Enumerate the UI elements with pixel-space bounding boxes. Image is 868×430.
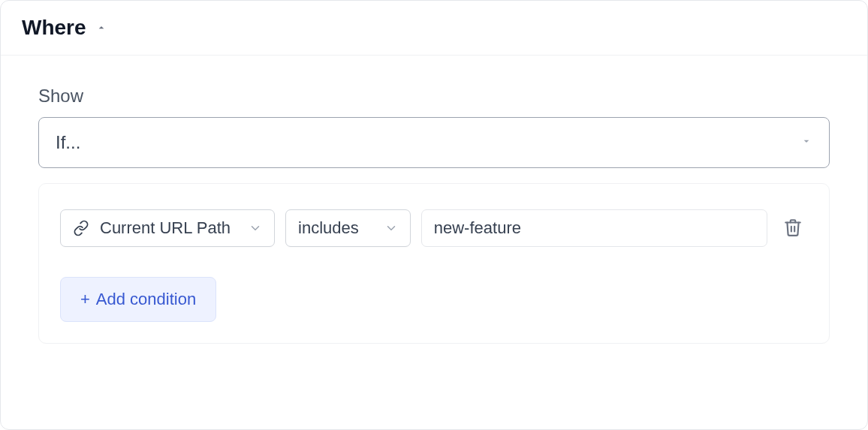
plus-icon: +	[80, 290, 90, 309]
operator-value: includes	[298, 218, 359, 238]
attribute-value: Current URL Path	[100, 218, 231, 238]
link-icon	[73, 220, 89, 236]
add-condition-button[interactable]: + Add condition	[60, 277, 216, 322]
caret-down-icon	[800, 135, 812, 150]
show-select-value: If...	[56, 132, 80, 153]
operator-select[interactable]: includes	[285, 209, 411, 247]
where-panel: Where Show If... Curr	[0, 0, 868, 430]
panel-header[interactable]: Where	[1, 1, 867, 56]
panel-body: Show If... Current URL Path	[1, 56, 867, 366]
condition-value-input[interactable]	[421, 209, 767, 247]
conditions-container: Current URL Path includes	[38, 183, 830, 344]
panel-title: Where	[22, 16, 86, 40]
attribute-select[interactable]: Current URL Path	[60, 209, 275, 247]
caret-up-icon	[95, 22, 107, 34]
show-label: Show	[38, 86, 830, 107]
show-select[interactable]: If...	[38, 117, 830, 168]
trash-icon	[783, 218, 803, 239]
add-condition-label: Add condition	[96, 290, 196, 309]
delete-condition-button[interactable]	[778, 213, 808, 243]
condition-row: Current URL Path includes	[60, 209, 808, 247]
chevron-down-icon	[249, 221, 262, 235]
chevron-down-icon	[384, 221, 398, 235]
